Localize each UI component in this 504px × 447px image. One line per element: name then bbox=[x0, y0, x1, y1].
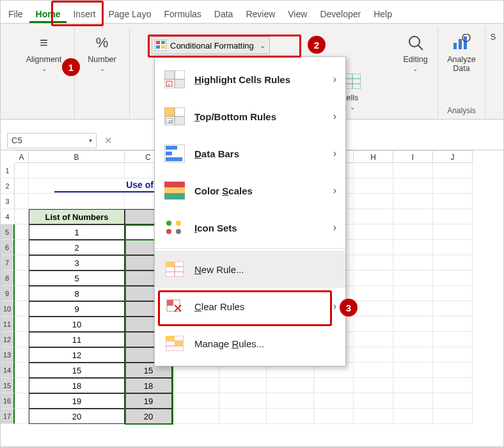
table-row: 19 bbox=[125, 393, 172, 409]
row-1[interactable]: 1 bbox=[1, 163, 15, 178]
table-row: 9 bbox=[29, 301, 125, 317]
svg-rect-46 bbox=[166, 336, 175, 341]
svg-point-34 bbox=[176, 221, 181, 226]
conditional-formatting-button[interactable]: Conditional Formatting ⌄ bbox=[152, 36, 270, 54]
col-A[interactable]: A bbox=[15, 150, 29, 163]
table-row: 10 bbox=[29, 317, 125, 332]
tab-view[interactable]: View bbox=[281, 4, 313, 23]
number-label: Number bbox=[88, 55, 116, 64]
row-6[interactable]: 6 bbox=[1, 240, 15, 255]
menu-icon-sets[interactable]: Icon Sets › bbox=[155, 209, 345, 246]
menu-label: Manage Rules... bbox=[194, 338, 319, 349]
chevron-right-icon: › bbox=[327, 222, 336, 233]
cancel-icon[interactable]: ✕ bbox=[104, 135, 113, 146]
row-4[interactable]: 4 bbox=[1, 209, 15, 224]
row-7[interactable]: 7 bbox=[1, 255, 15, 271]
svg-rect-12 bbox=[459, 39, 462, 49]
table-row: 15 bbox=[29, 363, 125, 378]
row-17[interactable]: 17 bbox=[1, 409, 15, 424]
menu-new-rule[interactable]: New Rule... bbox=[155, 251, 345, 288]
manage-rules-icon bbox=[164, 334, 185, 353]
tab-review[interactable]: Review bbox=[239, 4, 281, 23]
svg-rect-21 bbox=[164, 107, 175, 116]
row-8[interactable]: 8 bbox=[1, 271, 15, 286]
editing-button[interactable]: Editing⌄ bbox=[395, 29, 436, 74]
row-3[interactable]: 3 bbox=[1, 194, 15, 209]
chevron-right-icon: › bbox=[327, 301, 336, 312]
alignment-icon: ≡ bbox=[34, 33, 54, 53]
alignment-button[interactable]: ≡ Alignment⌄ bbox=[24, 29, 65, 74]
callout-number-2: 2 bbox=[308, 36, 326, 54]
table-row: 2 bbox=[29, 240, 125, 255]
svg-point-9 bbox=[409, 36, 420, 47]
name-box[interactable]: C5 ▾ bbox=[7, 133, 97, 148]
table-row: 20 bbox=[29, 409, 125, 424]
menu-label: Top/Bottom Rules bbox=[194, 111, 319, 122]
svg-rect-26 bbox=[166, 146, 177, 150]
row-13[interactable]: 13 bbox=[1, 347, 15, 363]
group-spacer bbox=[3, 27, 13, 119]
row-2[interactable]: 2 bbox=[1, 178, 15, 194]
chevron-right-icon: › bbox=[327, 185, 336, 196]
menu-label: Data Bars bbox=[194, 148, 319, 159]
chevron-down-icon: ⌄ bbox=[258, 42, 265, 50]
row-9[interactable]: 9 bbox=[1, 286, 15, 301]
svg-text:≤: ≤ bbox=[168, 82, 170, 86]
svg-rect-40 bbox=[166, 262, 175, 267]
formula-bar-icons: ✕ bbox=[99, 135, 118, 146]
tab-formulas[interactable]: Formulas bbox=[157, 4, 207, 23]
analyze-chart-icon bbox=[452, 33, 472, 53]
row-16[interactable]: 16 bbox=[1, 393, 15, 409]
row-12[interactable]: 12 bbox=[1, 332, 15, 347]
svg-point-32 bbox=[166, 221, 171, 226]
tab-home[interactable]: Home bbox=[29, 4, 67, 23]
row-5[interactable]: 5 bbox=[1, 224, 15, 240]
clear-rules-icon bbox=[164, 297, 185, 316]
find-icon bbox=[406, 33, 426, 53]
alignment-label: Alignment bbox=[26, 55, 62, 64]
col-J[interactable]: J bbox=[433, 150, 473, 163]
table-row: 5 bbox=[29, 271, 125, 286]
menu-clear-rules[interactable]: Clear Rules › bbox=[155, 288, 345, 325]
chevron-down-icon: ⌄ bbox=[350, 104, 355, 111]
menu-label: Color Scales bbox=[194, 185, 319, 196]
row-10[interactable]: 10 bbox=[1, 301, 15, 317]
tab-help[interactable]: Help bbox=[367, 4, 398, 23]
col-B[interactable]: B bbox=[29, 150, 125, 163]
editing-label: Editing bbox=[403, 55, 427, 64]
conditional-formatting-menu: ≤ Highlight Cells Rules › ↑10 Top/Bottom… bbox=[154, 56, 346, 366]
menu-manage-rules[interactable]: Manage Rules... bbox=[155, 325, 345, 362]
svg-rect-3 bbox=[156, 45, 160, 49]
col-H[interactable]: H bbox=[354, 150, 393, 163]
menu-label: New Rule... bbox=[194, 264, 319, 275]
svg-rect-16 bbox=[164, 70, 175, 79]
tab-developer[interactable]: Developer bbox=[313, 4, 367, 23]
data-bars-icon bbox=[164, 144, 185, 163]
top-bottom-icon: ↑10 bbox=[164, 107, 185, 126]
tab-file[interactable]: File bbox=[2, 4, 29, 23]
row-15[interactable]: 15 bbox=[1, 378, 15, 393]
row-11[interactable]: 11 bbox=[1, 317, 15, 332]
col-I[interactable]: I bbox=[393, 150, 433, 163]
row-14[interactable]: 14 bbox=[1, 363, 15, 378]
chevron-right-icon: › bbox=[327, 74, 336, 85]
svg-rect-29 bbox=[164, 182, 185, 187]
svg-rect-4 bbox=[161, 45, 165, 49]
menu-top-bottom-rules[interactable]: ↑10 Top/Bottom Rules › bbox=[155, 98, 345, 135]
svg-rect-2 bbox=[161, 41, 165, 44]
table-row: 20 bbox=[125, 409, 172, 424]
sensitivity-label: S bbox=[491, 33, 496, 42]
menu-label: Highlight Cells Rules bbox=[194, 74, 319, 85]
menu-data-bars[interactable]: Data Bars › bbox=[155, 135, 345, 172]
number-button[interactable]: % Number⌄ bbox=[82, 29, 123, 74]
menu-color-scales[interactable]: Color Scales › bbox=[155, 172, 345, 209]
tab-pagelayout[interactable]: Page Layo bbox=[102, 4, 157, 23]
table-row: 18 bbox=[29, 378, 125, 393]
sensitivity-button[interactable]: S bbox=[487, 29, 500, 42]
analyze-data-button[interactable]: Analyze Data bbox=[441, 29, 482, 74]
ribbon-tabs: File Home Insert Page Layo Formulas Data… bbox=[1, 1, 503, 24]
tab-data[interactable]: Data bbox=[208, 4, 240, 23]
tab-insert[interactable]: Insert bbox=[67, 4, 102, 23]
svg-rect-31 bbox=[164, 193, 185, 200]
menu-highlight-cells-rules[interactable]: ≤ Highlight Cells Rules › bbox=[155, 61, 345, 98]
